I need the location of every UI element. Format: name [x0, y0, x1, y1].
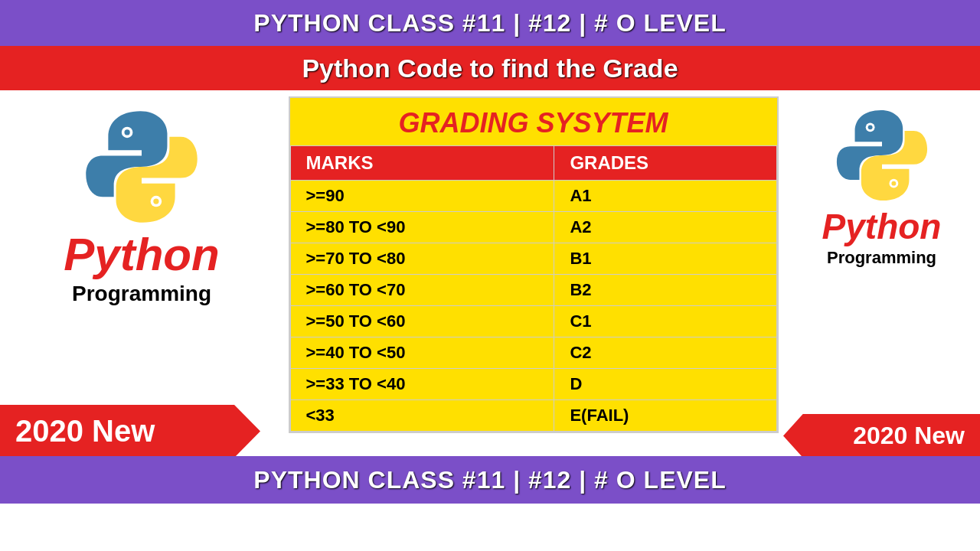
table-row: >=50 TO <60C1 [290, 306, 776, 337]
svg-point-1 [124, 129, 129, 135]
python-logo-left [80, 106, 203, 228]
grading-container: GRADING SYSYTEM MARKS GRADES >=90A1>=80 … [289, 96, 779, 433]
table-row: >=33 TO <40D [290, 369, 776, 400]
python-title-right: Python [822, 209, 942, 244]
table-header-row: MARKS GRADES [290, 146, 776, 181]
col-marks-header: MARKS [290, 146, 554, 181]
marks-cell: <33 [290, 400, 554, 432]
marks-cell: >=70 TO <80 [290, 243, 554, 275]
grading-title: GRADING SYSYTEM [290, 98, 777, 145]
center-panel: GRADING SYSYTEM MARKS GRADES >=90A1>=80 … [283, 90, 783, 504]
bottom-banner-text: PYTHON CLASS #11 | #12 | # O LEVEL [253, 466, 726, 494]
bottom-banner: PYTHON CLASS #11 | #12 | # O LEVEL [0, 456, 980, 504]
marks-cell: >=60 TO <70 [290, 275, 554, 306]
marks-cell: >=80 TO <90 [290, 212, 554, 243]
svg-point-5 [867, 125, 872, 129]
python-sub-right: Programming [827, 248, 936, 268]
badge-2020-right-text: 2020 New [853, 422, 965, 450]
table-row: >=80 TO <90A2 [290, 212, 776, 243]
grade-cell: D [554, 369, 776, 400]
right-panel: Python Programming 2020 New [783, 90, 980, 504]
grade-cell: B2 [554, 275, 776, 306]
main-content: Python Programming 2020 New GRADING SYSY… [0, 90, 980, 504]
marks-cell: >=33 TO <40 [290, 369, 554, 400]
badge-2020-right: 2020 New [783, 414, 980, 458]
svg-point-7 [891, 181, 896, 186]
table-row: >=70 TO <80B1 [290, 243, 776, 275]
table-row: <33E(FAIL) [290, 400, 776, 432]
grade-cell: A1 [554, 181, 776, 212]
grading-table: MARKS GRADES >=90A1>=80 TO <90A2>=70 TO … [290, 145, 777, 432]
grade-cell: A2 [554, 212, 776, 243]
grade-cell: E(FAIL) [554, 400, 776, 432]
marks-cell: >=90 [290, 181, 554, 212]
badge-2020-left-text: 2020 New [15, 414, 155, 448]
grade-cell: C1 [554, 306, 776, 337]
grade-cell: C2 [554, 337, 776, 369]
table-row: >=90A1 [290, 181, 776, 212]
table-row: >=60 TO <70B2 [290, 275, 776, 306]
top-banner-text: PYTHON CLASS #11 | #12 | # O LEVEL [253, 9, 726, 37]
python-logo-right [832, 106, 932, 205]
subtitle-text: Python Code to find the Grade [302, 54, 678, 83]
col-grades-header: GRADES [554, 146, 776, 181]
marks-cell: >=50 TO <60 [290, 306, 554, 337]
badge-2020-left: 2020 New [0, 405, 260, 458]
table-row: >=40 TO <50C2 [290, 337, 776, 369]
grade-cell: B1 [554, 243, 776, 275]
svg-point-3 [153, 198, 158, 204]
subtitle-bar: Python Code to find the Grade [0, 46, 980, 90]
python-sub-left: Programming [72, 282, 211, 306]
left-panel: Python Programming 2020 New [0, 90, 283, 504]
marks-cell: >=40 TO <50 [290, 337, 554, 369]
python-title-left: Python [64, 232, 219, 278]
top-banner: PYTHON CLASS #11 | #12 | # O LEVEL [0, 0, 980, 46]
